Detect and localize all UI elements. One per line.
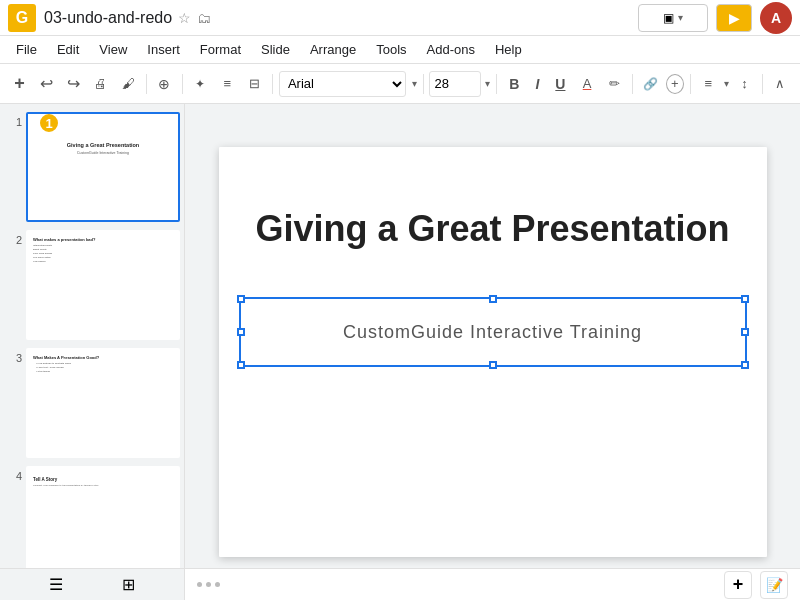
slide-2-line-5: Low energy xyxy=(33,260,173,263)
slide-3-bullet-3: • Storytelling xyxy=(33,370,173,373)
slide-item-3[interactable]: 3 What Makes A Presentation Good? • Use … xyxy=(4,348,180,458)
line-height-button[interactable]: ↕ xyxy=(733,71,756,97)
separator-4 xyxy=(423,74,424,94)
folder-icon[interactable]: 🗂 xyxy=(197,10,211,26)
zoom-plus-button[interactable]: + xyxy=(724,571,752,599)
font-size-input[interactable] xyxy=(429,71,481,97)
handle-top-right[interactable] xyxy=(741,295,749,303)
bottom-bar: + 📝 xyxy=(185,568,800,600)
separator-6 xyxy=(632,74,633,94)
italic-button[interactable]: I xyxy=(529,71,545,97)
layout-button[interactable]: ▣ ▾ xyxy=(638,4,708,32)
text-color-button[interactable]: A xyxy=(575,71,598,97)
avatar: A xyxy=(760,2,792,34)
handle-top-left[interactable] xyxy=(237,295,245,303)
slide-2-line-2: Bullet points xyxy=(33,248,173,251)
panel-bottom: ☰ ⊞ xyxy=(0,568,185,600)
layout-dropdown-icon: ▾ xyxy=(678,12,683,23)
slide-3-title: What Makes A Presentation Good? xyxy=(33,355,173,360)
font-family-select[interactable]: Arial Times New Roman Verdana xyxy=(279,71,406,97)
dot-3 xyxy=(215,582,220,587)
handle-bottom-right[interactable] xyxy=(741,361,749,369)
toolbar: + ↩ ↪ 🖨 🖌 ⊕ ✦ ≡ ⊟ Arial Times New Roman … xyxy=(0,64,800,104)
menu-edit[interactable]: Edit xyxy=(49,40,87,59)
bold-button[interactable]: B xyxy=(503,71,525,97)
notes-button[interactable]: 📝 xyxy=(760,571,788,599)
slide-2-line-1: Interesting points xyxy=(33,244,173,247)
menu-help[interactable]: Help xyxy=(487,40,530,59)
separator-3 xyxy=(272,74,273,94)
main-content: 1 1 Giving a Great Presentation CustomGu… xyxy=(0,104,800,600)
underline-button[interactable]: U xyxy=(549,71,571,97)
slide-subtitle-box[interactable]: CustomGuide Interactive Training xyxy=(239,297,747,367)
slide-number-4: 4 xyxy=(4,466,22,482)
link-button[interactable]: 🔗 xyxy=(639,71,662,97)
highlight-button[interactable]: ✏ xyxy=(603,71,626,97)
comment-button[interactable]: + xyxy=(666,74,684,94)
text-button[interactable]: ≡ xyxy=(216,71,239,97)
slide-2-line-3: Poor slide design xyxy=(33,252,173,255)
slide-main-title: Giving a Great Presentation xyxy=(239,207,747,250)
slide-canvas: Giving a Great Presentation CustomGuide … xyxy=(219,147,767,557)
handle-middle-left[interactable] xyxy=(237,328,245,336)
handle-bottom-center[interactable] xyxy=(489,361,497,369)
handle-top-center[interactable] xyxy=(489,295,497,303)
redo-button[interactable]: ↪ xyxy=(62,71,85,97)
add-button[interactable]: + xyxy=(8,71,31,97)
menu-view[interactable]: View xyxy=(91,40,135,59)
separator-1 xyxy=(146,74,147,94)
slide-item-2[interactable]: 2 What makes a presentation bad? Interes… xyxy=(4,230,180,340)
slide-number-1: 1 xyxy=(4,112,22,128)
top-right-buttons: ▣ ▾ ▶ A xyxy=(638,2,792,34)
bottom-right-buttons: + 📝 xyxy=(724,571,788,599)
bottom-dots xyxy=(197,582,220,587)
editor-area: Giving a Great Presentation CustomGuide … xyxy=(185,104,800,600)
slide-thumb-3[interactable]: What Makes A Presentation Good? • Use pi… xyxy=(26,348,180,458)
menu-tools[interactable]: Tools xyxy=(368,40,414,59)
zoom-button[interactable]: ⊕ xyxy=(153,71,176,97)
slide-thumb-4[interactable]: Tell A Story Connect your audience to th… xyxy=(26,466,180,576)
doc-icon: G xyxy=(8,4,36,32)
present-icon: ▶ xyxy=(729,10,740,26)
align-dropdown-icon: ▾ xyxy=(724,78,729,89)
slide-3-bullet-1: • Use pictures to illustrate ideas xyxy=(33,362,173,365)
grid-view-button[interactable]: ⊞ xyxy=(114,571,142,599)
handle-bottom-left[interactable] xyxy=(237,361,245,369)
collapse-toolbar-button[interactable]: ∧ xyxy=(769,71,792,97)
print-button[interactable]: 🖨 xyxy=(89,71,112,97)
menu-slide[interactable]: Slide xyxy=(253,40,298,59)
undo-button[interactable]: ↩ xyxy=(35,71,58,97)
menu-file[interactable]: File xyxy=(8,40,45,59)
dot-2 xyxy=(206,582,211,587)
menu-arrange[interactable]: Arrange xyxy=(302,40,364,59)
star-icon[interactable]: ☆ xyxy=(178,10,191,26)
slide-item-4[interactable]: 4 Tell A Story Connect your audience to … xyxy=(4,466,180,576)
menu-format[interactable]: Format xyxy=(192,40,249,59)
font-dropdown-icon: ▾ xyxy=(412,78,417,89)
slide-subtitle-text: CustomGuide Interactive Training xyxy=(343,322,642,343)
slide-4-line-1: Connect your audience to the presentatio… xyxy=(33,484,173,487)
select-button[interactable]: ✦ xyxy=(189,71,212,97)
slide-thumb-1[interactable]: 1 Giving a Great Presentation CustomGuid… xyxy=(26,112,180,222)
separator-2 xyxy=(182,74,183,94)
slide-item-1[interactable]: 1 1 Giving a Great Presentation CustomGu… xyxy=(4,112,180,222)
paint-format-button[interactable]: 🖌 xyxy=(117,71,140,97)
menu-addons[interactable]: Add-ons xyxy=(419,40,483,59)
present-button[interactable]: ▶ xyxy=(716,4,752,32)
slide-number-3: 3 xyxy=(4,348,22,364)
doc-title: 03-undo-and-redo xyxy=(44,9,172,27)
size-dropdown-icon: ▾ xyxy=(485,78,490,89)
align-button[interactable]: ≡ xyxy=(697,71,720,97)
list-view-button[interactable]: ☰ xyxy=(42,571,70,599)
menu-bar: File Edit View Insert Format Slide Arran… xyxy=(0,36,800,64)
separator-8 xyxy=(762,74,763,94)
slide-thumb-2[interactable]: What makes a presentation bad? Interesti… xyxy=(26,230,180,340)
menu-insert[interactable]: Insert xyxy=(139,40,188,59)
shape-button[interactable]: ⊟ xyxy=(243,71,266,97)
dot-1 xyxy=(197,582,202,587)
title-section: 03-undo-and-redo ☆ 🗂 xyxy=(44,9,638,27)
slide-1-title: Giving a Great Presentation xyxy=(30,142,176,149)
slide-3-bullet-2: • Less text - more visuals xyxy=(33,366,173,369)
handle-middle-right[interactable] xyxy=(741,328,749,336)
slide-4-title: Tell A Story xyxy=(33,477,173,482)
